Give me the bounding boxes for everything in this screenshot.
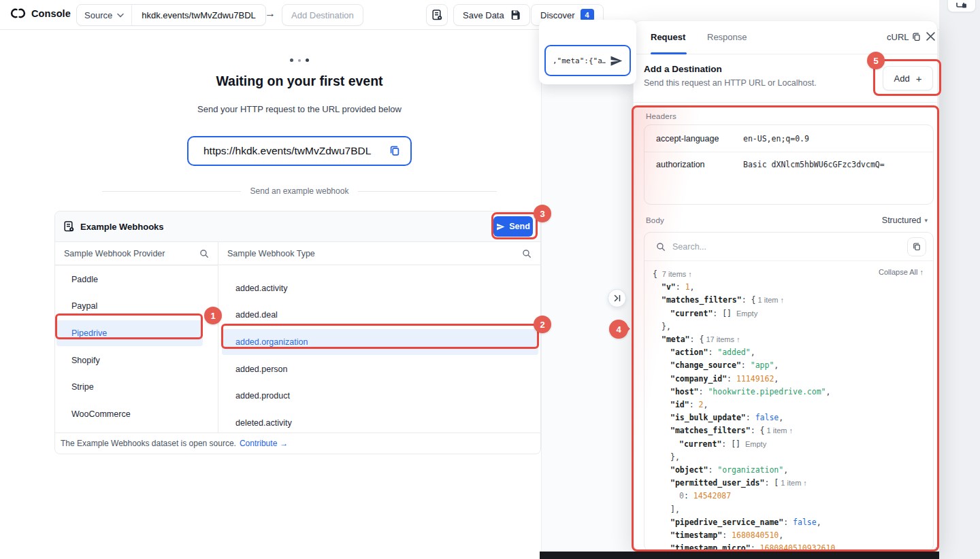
- add-destination-action-button[interactable]: Add +: [883, 66, 933, 90]
- webhook-type-row[interactable]: deleted.activity: [218, 409, 540, 434]
- row-label: added.activity: [218, 284, 287, 293]
- header-value: Basic dXNlcm5hbWU6cGFzc3dvcmQ=: [743, 160, 885, 169]
- page-subtitle: Send your HTTP request to the URL provid…: [0, 104, 599, 114]
- document-gear-icon: [432, 10, 442, 20]
- body-mode-dropdown[interactable]: Structured ▾: [882, 216, 928, 225]
- payload-preview-text: ,"meta":{"a…: [553, 56, 606, 65]
- panel-footer: The Example Webhooks dataset is open sou…: [55, 433, 540, 454]
- close-icon[interactable]: [926, 32, 935, 41]
- send-icon: [496, 222, 505, 231]
- webhook-type-row[interactable]: added.person: [218, 356, 540, 383]
- json-line: },: [644, 320, 933, 333]
- curl-label[interactable]: cURL: [887, 32, 909, 42]
- provider-row[interactable]: Stripe: [55, 373, 218, 401]
- body-search-row: [644, 233, 933, 261]
- source-url-input[interactable]: https://hkdk.events/twMvZdwu7BDL: [187, 136, 412, 166]
- row-label: Shopify: [55, 356, 100, 365]
- tab-response[interactable]: Response: [707, 32, 747, 42]
- send-webhook-button[interactable]: Send: [493, 216, 533, 237]
- headers-section-label: Headers: [646, 112, 676, 120]
- provider-row[interactable]: Pipedrive: [55, 320, 218, 347]
- json-line: "host": "hookwrite.pipedrive.com",: [644, 386, 933, 399]
- json-line: 0: 14542087: [644, 490, 933, 503]
- collapse-panel-button[interactable]: [608, 289, 626, 307]
- source-url-value: https://hkdk.events/twMvZdwu7BDL: [203, 145, 389, 157]
- header-name: authorization: [656, 160, 705, 169]
- header-row: authorizationBasic dXNlcm5hbWU6cGFzc3dvc…: [644, 152, 933, 177]
- source-url-control: Source hkdk.events/twMvZdwu7BDL: [76, 4, 266, 26]
- webhook-composer-card: ,"meta":{"a…: [539, 20, 636, 84]
- json-line: },: [644, 451, 933, 464]
- desktop-strip: [939, 0, 980, 559]
- json-line: "meta": { 17 items ↑: [644, 333, 933, 346]
- copy-icon[interactable]: [907, 237, 926, 256]
- provider-row[interactable]: WooCommerce: [55, 401, 218, 428]
- request-drawer: Request Response cURL Add a Destination …: [633, 20, 938, 551]
- row-label: Paypal: [55, 301, 97, 311]
- example-webhooks-panel: Example Webhooks Send Sample Webhook Pro…: [54, 211, 541, 454]
- partial-toolbar-button[interactable]: [947, 0, 976, 12]
- webhook-payload-input[interactable]: ,"meta":{"a…: [544, 45, 631, 76]
- json-viewer: Collapse All ↑ { 7 items ↑"v": 1,"matche…: [644, 261, 933, 551]
- console-logo: Console: [10, 7, 71, 19]
- webhook-type-list: added.activityadded.dealadded.organizati…: [218, 265, 540, 434]
- row-label: WooCommerce: [55, 409, 131, 419]
- json-line: "action": "added",: [644, 346, 933, 359]
- copy-icon[interactable]: [389, 145, 401, 157]
- row-label: added.deal: [218, 310, 278, 320]
- save-data-button[interactable]: Save Data: [453, 4, 530, 26]
- search-icon[interactable]: [199, 249, 209, 258]
- annotation-step-3: 3: [534, 205, 551, 222]
- column-headers: Sample Webhook Provider Sample Webhook T…: [55, 242, 540, 265]
- webhook-dataset-button[interactable]: [426, 4, 448, 26]
- save-icon: [510, 10, 521, 20]
- annotation-step-4: 4: [609, 320, 628, 339]
- json-line: "id": 2,: [644, 399, 933, 411]
- contribute-link[interactable]: Contribute →: [240, 439, 288, 448]
- row-label: added.person: [218, 365, 287, 374]
- json-line: "is_bulk_update": false,: [644, 411, 933, 424]
- json-line: "permitted_user_ids": [ 1 item ↑: [644, 477, 933, 490]
- json-line: "current": [] Empty: [644, 438, 933, 451]
- body-search-input[interactable]: [672, 242, 900, 252]
- webhook-type-row[interactable]: added.organization: [218, 328, 540, 356]
- header-value: en-US,en;q=0.9: [743, 134, 809, 143]
- provider-column-header: Sample Webhook Provider: [55, 242, 218, 265]
- source-dropdown[interactable]: Source: [77, 5, 132, 25]
- loading-dots-icon: [0, 58, 599, 62]
- json-line: "v": 1,: [644, 281, 933, 294]
- body-card: Collapse All ↑ { 7 items ↑"v": 1,"matche…: [644, 232, 934, 552]
- send-icon[interactable]: [610, 54, 623, 67]
- webhook-type-row[interactable]: added.deal: [218, 302, 540, 329]
- copy-icon[interactable]: [911, 32, 921, 42]
- bottom-black-bar: [540, 552, 939, 559]
- provider-row[interactable]: Paddle: [55, 266, 218, 293]
- provider-list: PaddlePaypalPipedriveShopifyStripeWooCom…: [55, 265, 218, 434]
- panel-title: Example Webhooks: [80, 222, 164, 232]
- add-destination-button[interactable]: Add Destination: [282, 4, 363, 26]
- page-title: Waiting on your first event: [0, 73, 599, 89]
- collapse-all-link[interactable]: Collapse All ↑: [879, 268, 924, 276]
- add-destination-subtitle: Send this request an HTTP URL or Localho…: [644, 78, 817, 88]
- tab-request[interactable]: Request: [651, 32, 685, 42]
- webhook-type-row[interactable]: added.product: [218, 382, 540, 409]
- panel-header: Example Webhooks Send: [55, 211, 540, 242]
- brand-name: Console: [31, 8, 71, 19]
- provider-row[interactable]: Shopify: [55, 347, 218, 374]
- row-label: Pipedrive: [55, 328, 107, 338]
- json-line: "matches_filters": { 1 item ↑: [644, 424, 933, 437]
- arrow-right-icon: →: [280, 439, 288, 448]
- header-name: accept-language: [656, 134, 719, 143]
- search-icon[interactable]: [522, 249, 532, 258]
- provider-row[interactable]: Paypal: [55, 293, 218, 320]
- section-divider: [634, 102, 937, 103]
- row-label: deleted.activity: [218, 418, 292, 428]
- json-line: "change_source": "app",: [644, 359, 933, 372]
- source-url-text[interactable]: hkdk.events/twMvZdwu7BDL: [132, 10, 265, 20]
- caret-down-icon: ▾: [924, 217, 928, 224]
- json-line: "current": [] Empty: [644, 307, 933, 320]
- json-line: "matches_filters": { 1 item ↑: [644, 294, 933, 307]
- webhook-type-row[interactable]: added.activity: [218, 275, 540, 302]
- row-label: Stripe: [55, 382, 94, 392]
- add-destination-title: Add a Destination: [644, 64, 722, 74]
